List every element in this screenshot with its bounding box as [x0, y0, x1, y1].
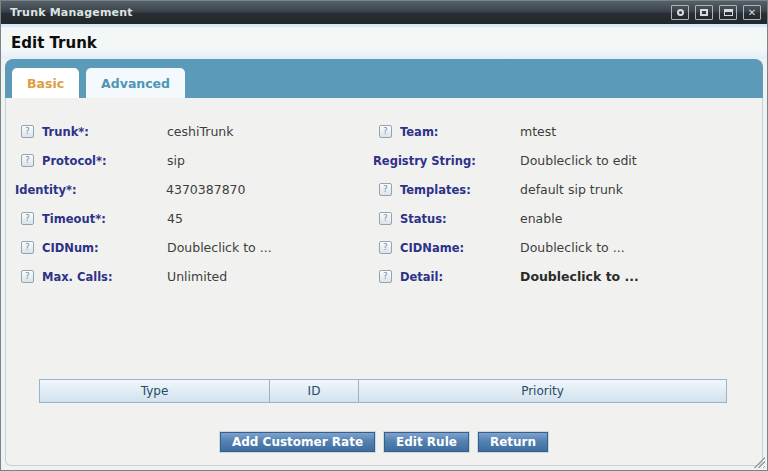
field-value[interactable]: ceshiTrunk — [167, 124, 234, 139]
field-value[interactable]: sip — [167, 153, 185, 168]
tab-basic[interactable]: Basic — [12, 68, 79, 98]
field-label: Trunk*: — [42, 125, 167, 139]
field-label: Team: — [400, 125, 520, 139]
field-label: Max. Calls: — [42, 270, 167, 284]
trunk-form: ? Trunk*: ceshiTrunk ? Protocol*: sip Id… — [6, 117, 762, 291]
tab-advanced[interactable]: Advanced — [86, 68, 185, 98]
field-timeout: ? Timeout*: 45 — [15, 204, 365, 233]
field-value[interactable]: default sip trunk — [520, 182, 623, 197]
field-label: Timeout*: — [42, 212, 167, 226]
help-icon[interactable]: ? — [21, 212, 34, 225]
field-value[interactable]: enable — [520, 211, 562, 226]
field-label: Status: — [400, 212, 520, 226]
form-column-right: ? Team: mtest Registry String: Doublecli… — [365, 117, 762, 291]
window-glyph — [724, 9, 733, 16]
page-title: Edit Trunk — [11, 34, 757, 52]
field-detail: ? Detail: Doubleclick to ... — [365, 262, 762, 291]
field-value[interactable]: Doubleclick to edit — [520, 153, 637, 168]
field-value[interactable]: 4370387870 — [166, 182, 246, 197]
help-icon[interactable]: ? — [21, 270, 34, 283]
field-value[interactable]: Doubleclick to ... — [167, 240, 272, 255]
help-icon[interactable]: ? — [379, 183, 392, 196]
basic-tab-panel: ? Trunk*: ceshiTrunk ? Protocol*: sip Id… — [5, 98, 763, 466]
field-identity: Identity*: 4370387870 — [15, 175, 365, 204]
field-cidnum: ? CIDNum: Doubleclick to ... — [15, 233, 365, 262]
help-icon[interactable]: ? — [379, 241, 392, 254]
field-team: ? Team: mtest — [365, 117, 762, 146]
minimize-icon[interactable] — [719, 5, 737, 20]
field-value[interactable]: 45 — [167, 211, 183, 226]
restore-icon[interactable] — [671, 5, 689, 20]
column-header-id[interactable]: ID — [269, 380, 358, 402]
window-title: Trunk Management — [10, 6, 671, 19]
help-icon[interactable]: ? — [379, 270, 392, 283]
window-titlebar[interactable]: Trunk Management ✕ — [1, 1, 767, 24]
field-registry-string: Registry String: Doubleclick to edit — [365, 146, 762, 175]
field-protocol: ? Protocol*: sip — [15, 146, 365, 175]
field-value[interactable]: Unlimited — [167, 269, 227, 284]
field-label: Templates: — [400, 183, 520, 197]
field-label: Detail: — [400, 270, 520, 284]
field-max-calls: ? Max. Calls: Unlimited — [15, 262, 365, 291]
action-button-row: Add Customer Rate Edit Rule Return — [6, 432, 762, 452]
trunk-management-window: Trunk Management ✕ Edit Trunk Basic Adva… — [0, 0, 768, 471]
maximize-icon[interactable] — [695, 5, 713, 20]
square-glyph — [700, 9, 708, 16]
field-value[interactable]: Doubleclick to ... — [520, 240, 625, 255]
heading-area: Edit Trunk — [1, 27, 767, 59]
help-icon[interactable]: ? — [379, 125, 392, 138]
return-button[interactable]: Return — [478, 432, 548, 452]
field-status: ? Status: enable — [365, 204, 762, 233]
help-icon[interactable]: ? — [21, 154, 34, 167]
column-header-priority[interactable]: Priority — [358, 380, 726, 402]
field-label: Protocol*: — [42, 154, 167, 168]
close-icon[interactable]: ✕ — [743, 5, 761, 20]
field-cidname: ? CIDName: Doubleclick to ... — [365, 233, 762, 262]
help-icon[interactable]: ? — [21, 241, 34, 254]
field-label: CIDNum: — [42, 241, 167, 255]
column-header-type[interactable]: Type — [40, 380, 269, 402]
window-controls: ✕ — [671, 5, 761, 20]
field-label: Identity*: — [15, 183, 166, 197]
edit-rule-button[interactable]: Edit Rule — [384, 432, 469, 452]
help-icon[interactable]: ? — [379, 212, 392, 225]
add-customer-rate-button[interactable]: Add Customer Rate — [220, 432, 375, 452]
tab-strip: Basic Advanced — [5, 59, 763, 98]
field-label: Registry String: — [373, 154, 520, 168]
help-icon[interactable]: ? — [21, 125, 34, 138]
field-trunk: ? Trunk*: ceshiTrunk — [15, 117, 365, 146]
field-label: CIDName: — [400, 241, 520, 255]
circle-glyph — [677, 9, 684, 16]
form-column-left: ? Trunk*: ceshiTrunk ? Protocol*: sip Id… — [15, 117, 365, 291]
field-value[interactable]: Doubleclick to ... — [520, 269, 639, 284]
rate-table-header: Type ID Priority — [39, 379, 727, 403]
field-value[interactable]: mtest — [520, 124, 556, 139]
field-templates: ? Templates: default sip trunk — [365, 175, 762, 204]
